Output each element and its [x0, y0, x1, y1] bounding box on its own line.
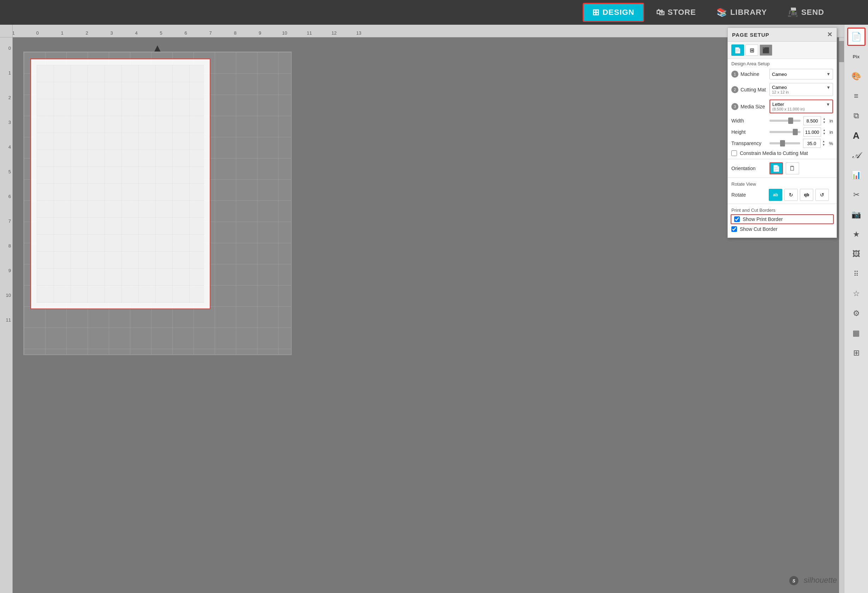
- sidebar-icon-camera[interactable]: 📷: [847, 205, 865, 224]
- chart-icon: 📊: [852, 171, 861, 180]
- scrollbar-thumb[interactable]: [839, 41, 844, 62]
- sidebar-icon-dots[interactable]: ⠿: [847, 265, 865, 283]
- ruler-left-0: 0: [9, 46, 11, 51]
- sidebar-icon-chart[interactable]: 📊: [847, 166, 865, 184]
- sidebar-icon-grid2[interactable]: ⊞: [847, 344, 865, 362]
- show-cut-border-checkbox[interactable]: [731, 226, 737, 232]
- ruler-num-4: 4: [135, 30, 137, 35]
- height-down-arrow[interactable]: ▼: [822, 132, 827, 136]
- tab-design[interactable]: ⊞ DESIGN: [583, 3, 644, 22]
- rotate-btn-180[interactable]: qb: [800, 189, 813, 201]
- tab-library-label: LIBRARY: [730, 8, 767, 17]
- panel-titlebar: PAGE SETUP ✕: [728, 28, 837, 42]
- ruler-left-3: 3: [9, 119, 11, 125]
- panel-tab-page[interactable]: 📄: [731, 44, 744, 56]
- sidebar-icon-layers[interactable]: ⧉: [847, 106, 865, 125]
- width-label: Width: [731, 118, 767, 124]
- print-cut-label: Print and Cut Borders: [728, 205, 837, 214]
- ruler-left-1: 1: [9, 70, 11, 75]
- cutting-mat-dropdown[interactable]: Cameo ▼ 12 x 12 in: [769, 83, 833, 96]
- panel-tabs: 📄 ⊞ ⬛: [728, 42, 837, 59]
- cutting-mat-row: 2 Cutting Mat Cameo ▼ 12 x 12 in: [728, 81, 837, 98]
- layers-icon: ⧉: [853, 111, 859, 120]
- ruler-num-7: 7: [209, 30, 211, 35]
- constrain-checkbox[interactable]: [731, 150, 737, 156]
- media-page: [30, 59, 211, 309]
- topbar: ⊞ DESIGN 🛍 STORE 📚 LIBRARY 📠 SEND: [0, 0, 868, 25]
- tab-library[interactable]: 📚 LIBRARY: [708, 4, 775, 21]
- star-outline-icon: ☆: [853, 289, 860, 298]
- hatch-icon: ▦: [852, 329, 860, 338]
- show-print-border-row: Show Print Border: [731, 214, 834, 224]
- rotate-view-label: Rotate View: [728, 179, 837, 187]
- width-input[interactable]: [803, 116, 821, 125]
- rotate-btn-90[interactable]: ↻: [784, 189, 798, 201]
- media-page-inner: [37, 65, 204, 303]
- width-unit: in: [830, 118, 833, 124]
- transparency-up-arrow[interactable]: ▲: [821, 140, 826, 143]
- rotate-btn-0[interactable]: ab: [769, 189, 782, 201]
- width-slider[interactable]: [769, 119, 800, 122]
- orientation-row: Orientation 📄 🗒: [728, 161, 837, 176]
- transparency-input[interactable]: [803, 139, 821, 148]
- show-print-border-checkbox[interactable]: [734, 216, 740, 222]
- sidebar-icon-pix[interactable]: Pix: [847, 47, 865, 66]
- lines-icon: ≡: [854, 91, 858, 100]
- sidebar-icon-lines[interactable]: ≡: [847, 87, 865, 105]
- sidebar-icon-text-a[interactable]: A: [847, 126, 865, 145]
- send-icon: 📠: [787, 7, 799, 17]
- sidebar-icon-gear[interactable]: ⚙: [847, 304, 865, 323]
- machine-num: 1: [731, 71, 738, 78]
- height-input[interactable]: [803, 127, 821, 137]
- ruler-num--1: -1: [13, 30, 15, 35]
- sidebar-icon-star-full[interactable]: ★: [847, 225, 865, 243]
- tab-send[interactable]: 📠 SEND: [779, 4, 833, 21]
- grid2-icon: ⊞: [853, 348, 859, 358]
- ruler-left-10: 10: [6, 293, 11, 298]
- width-down-arrow[interactable]: ▼: [822, 121, 827, 124]
- panel-tab-grid[interactable]: ⊞: [745, 44, 758, 56]
- tab-store[interactable]: 🛍 STORE: [648, 4, 704, 21]
- scissors-icon: ✂: [853, 190, 859, 199]
- media-size-num: 3: [731, 103, 738, 110]
- transparency-slider[interactable]: [769, 142, 800, 145]
- panel-tab-dark[interactable]: ⬛: [760, 44, 772, 56]
- width-spinbox: ▲ ▼: [803, 116, 827, 125]
- nav-tabs: ⊞ DESIGN 🛍 STORE 📚 LIBRARY 📠 SEND: [583, 3, 833, 22]
- rotate-90-icon: ↻: [789, 192, 793, 198]
- rotate-270-icon: ↺: [820, 192, 824, 198]
- height-unit: in: [830, 130, 833, 135]
- panel-close-button[interactable]: ✕: [827, 31, 833, 38]
- sidebar-icon-image[interactable]: 🖼: [847, 245, 865, 263]
- media-size-dropdown[interactable]: Letter ▼ (8.500 x 11.000 in): [769, 100, 833, 113]
- sidebar-icon-hatch[interactable]: ▦: [847, 324, 865, 342]
- sidebar-icon-scissors[interactable]: ✂: [847, 186, 865, 204]
- ruler-num-3: 3: [110, 30, 113, 35]
- tab-send-label: SEND: [801, 8, 824, 17]
- ruler-left-5: 5: [9, 169, 11, 174]
- sidebar-icon-page-setup[interactable]: 📄: [847, 28, 865, 46]
- design-area-section-label: Design Area Setup: [728, 59, 837, 67]
- height-slider[interactable]: [769, 131, 800, 133]
- ruler-top: -1 0 1 2 3 4 5 6 7 8 9 10 11 12 13: [13, 25, 844, 37]
- orientation-landscape-btn[interactable]: 🗒: [786, 162, 799, 174]
- show-print-border-label: Show Print Border: [743, 216, 783, 222]
- width-up-arrow[interactable]: ▲: [822, 117, 827, 121]
- dots-icon: ⠿: [853, 270, 859, 278]
- machine-dropdown[interactable]: Cameo ▼: [769, 69, 833, 80]
- height-row: Height ▲ ▼ in: [728, 126, 837, 138]
- camera-icon: 📷: [852, 210, 861, 219]
- sidebar-icon-text-script[interactable]: 𝒜: [847, 146, 865, 164]
- rotate-btn-270[interactable]: ↺: [815, 189, 829, 201]
- orientation-portrait-btn[interactable]: 📄: [769, 162, 783, 174]
- scrollbar-right[interactable]: [839, 37, 844, 593]
- rotate-0-icon: ab: [773, 192, 778, 197]
- sidebar-icon-color[interactable]: 🎨: [847, 67, 865, 86]
- show-cut-border-label: Show Cut Border: [740, 226, 778, 232]
- text-script-icon: 𝒜: [852, 151, 860, 160]
- sidebar-icon-star-outline[interactable]: ☆: [847, 285, 865, 303]
- cutting-mat-caret: ▼: [826, 85, 831, 90]
- height-up-arrow[interactable]: ▲: [822, 128, 827, 132]
- page-setup-icon: 📄: [851, 32, 862, 42]
- transparency-down-arrow[interactable]: ▼: [821, 143, 826, 147]
